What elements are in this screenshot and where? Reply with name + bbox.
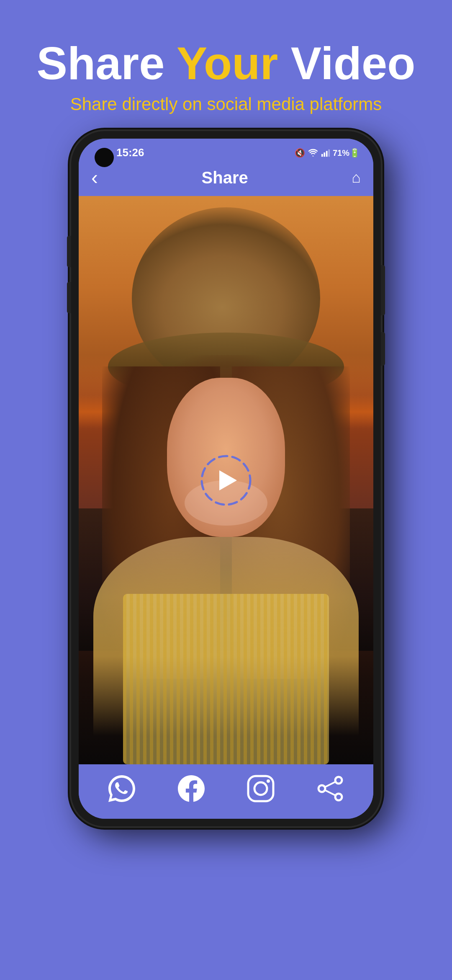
facebook-share-button[interactable] [175, 772, 208, 807]
app-bar: ‹ Share ⌂ [79, 162, 373, 196]
svg-line-11 [325, 782, 335, 787]
page-title: Share Your Video [0, 38, 452, 88]
app-bar-title: Share [202, 168, 248, 187]
page-subtitle: Share directly on social media platforms [0, 94, 452, 114]
social-share-bar [79, 764, 373, 819]
back-button[interactable]: ‹ [91, 168, 98, 188]
svg-rect-5 [248, 776, 273, 801]
power-button[interactable] [381, 265, 385, 315]
svg-point-10 [335, 794, 342, 800]
phone-screen: 15:26 🔇 [79, 139, 373, 819]
play-circle-svg [199, 453, 253, 508]
title-video: Video [278, 37, 415, 89]
svg-point-6 [254, 782, 267, 795]
mute-icon: 🔇 [295, 148, 305, 158]
status-icons: 🔇 71%🔋 [295, 148, 360, 158]
page-header: Share Your Video Share directly on socia… [0, 0, 452, 131]
side-button [381, 332, 385, 366]
share-icon [313, 772, 347, 805]
svg-point-4 [202, 456, 250, 505]
svg-point-7 [267, 779, 270, 783]
wifi-icon [308, 148, 318, 157]
generic-share-button[interactable] [313, 772, 347, 807]
camera-cutout [95, 148, 114, 167]
whatsapp-share-button[interactable] [105, 772, 139, 807]
phone-frame: 15:26 🔇 [71, 131, 381, 826]
video-content-area[interactable] [79, 196, 373, 764]
dress-pattern [123, 594, 329, 764]
svg-rect-0 [321, 154, 323, 156]
volume-down-button[interactable] [67, 282, 71, 313]
status-bar: 15:26 🔇 [79, 139, 373, 162]
volume-up-button[interactable] [67, 236, 71, 267]
svg-rect-1 [324, 152, 325, 157]
svg-line-12 [325, 790, 335, 795]
play-button[interactable] [199, 453, 253, 508]
title-your: Your [177, 37, 278, 89]
title-share: Share [37, 37, 177, 89]
instagram-share-button[interactable] [244, 772, 277, 807]
svg-point-8 [335, 777, 342, 784]
battery-indicator: 71%🔋 [333, 148, 360, 158]
home-button[interactable]: ⌂ [352, 169, 361, 186]
svg-point-9 [318, 785, 325, 792]
status-time: 15:26 [116, 146, 144, 159]
facebook-icon [175, 772, 208, 805]
svg-rect-3 [328, 149, 330, 156]
svg-rect-2 [326, 151, 328, 157]
phone-mockup: 15:26 🔇 [71, 131, 381, 835]
whatsapp-icon [105, 772, 139, 805]
instagram-icon [244, 772, 277, 805]
signal-icon [321, 148, 330, 157]
